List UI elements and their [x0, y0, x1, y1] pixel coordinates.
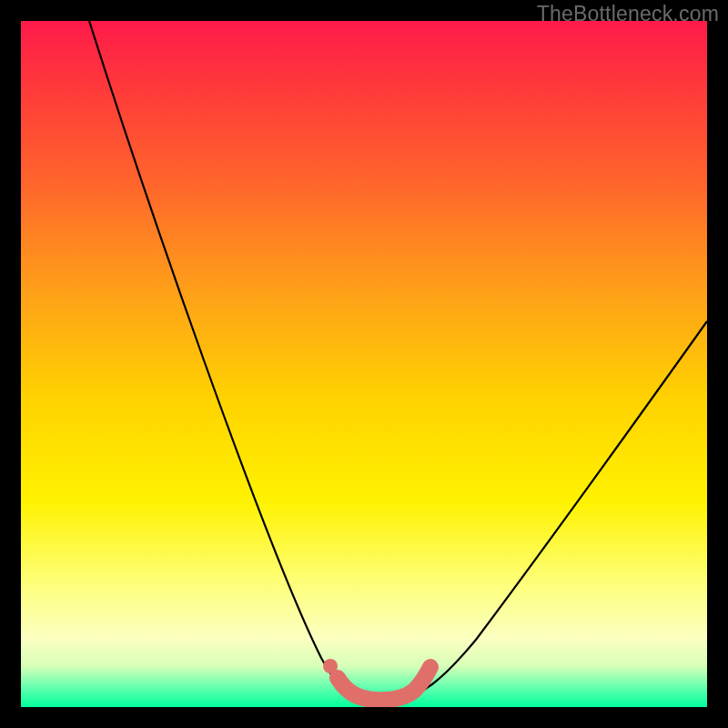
watermark-text: TheBottleneck.com	[537, 2, 719, 26]
chart-svg	[21, 21, 707, 707]
chart-plot-area	[21, 21, 707, 707]
highlight-dot	[323, 659, 338, 673]
bottleneck-curve	[89, 21, 707, 701]
highlight-band	[338, 667, 430, 700]
